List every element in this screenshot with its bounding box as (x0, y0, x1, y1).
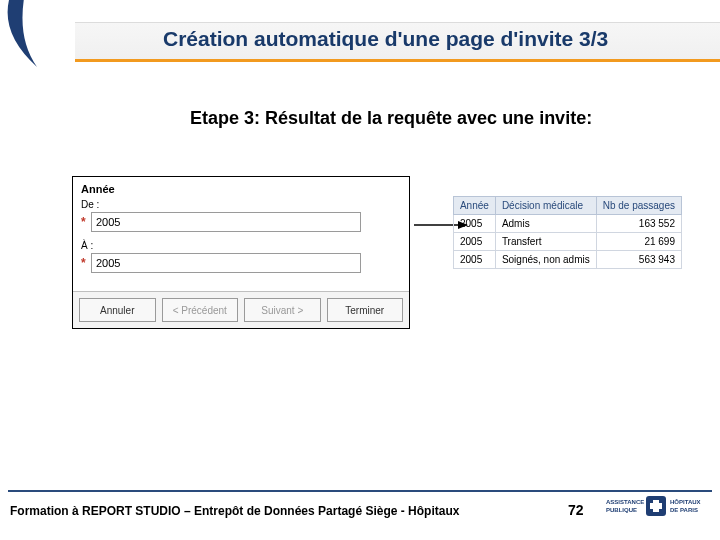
title-bar: Création automatique d'une page d'invite… (75, 22, 720, 60)
svg-text:HÔPITAUX: HÔPITAUX (670, 498, 701, 505)
prompt-to-label: À : (81, 240, 401, 251)
page-title: Création automatique d'une page d'invite… (163, 27, 608, 51)
page-number: 72 (568, 502, 584, 518)
col-year-header: Année (453, 197, 495, 215)
from-year-input[interactable] (91, 212, 361, 232)
prompt-button-bar: Annuler < Précédent Suivant > Terminer (73, 291, 409, 328)
footer-text: Formation à REPORT STUDIO – Entrepôt de … (10, 504, 459, 518)
svg-text:PUBLIQUE: PUBLIQUE (606, 507, 637, 513)
footer-logo: ASSISTANCE PUBLIQUE HÔPITAUX DE PARIS (606, 494, 706, 528)
cell-decision: Soignés, non admis (495, 251, 596, 269)
table-row: 2005 Soignés, non admis 563 943 (453, 251, 681, 269)
from-field-row: * (81, 212, 401, 232)
cancel-button[interactable]: Annuler (79, 298, 156, 322)
svg-text:ASSISTANCE: ASSISTANCE (606, 499, 644, 505)
result-table: Année Décision médicale Nb de passages 2… (453, 196, 682, 269)
cell-year: 2005 (453, 215, 495, 233)
prompt-from-label: De : (81, 199, 401, 210)
cell-count: 21 699 (596, 233, 681, 251)
table-row: 2005 Transfert 21 699 (453, 233, 681, 251)
svg-text:DE PARIS: DE PARIS (670, 507, 698, 513)
table-row: 2005 Admis 163 552 (453, 215, 681, 233)
cell-year: 2005 (453, 233, 495, 251)
to-year-input[interactable] (91, 253, 361, 273)
prompt-body: Année De : * À : * (73, 177, 409, 291)
finish-button[interactable]: Terminer (327, 298, 404, 322)
cell-decision: Transfert (495, 233, 596, 251)
next-button[interactable]: Suivant > (244, 298, 321, 322)
col-count-header: Nb de passages (596, 197, 681, 215)
result-header-row: Année Décision médicale Nb de passages (453, 197, 681, 215)
prompt-field-label: Année (81, 183, 401, 195)
to-field-row: * (81, 253, 401, 273)
required-marker-from: * (81, 215, 91, 229)
prev-button[interactable]: < Précédent (162, 298, 239, 322)
prompt-panel: Année De : * À : * Annuler < Précédent S… (72, 176, 410, 329)
footer-divider (8, 490, 712, 492)
cell-year: 2005 (453, 251, 495, 269)
cell-count: 163 552 (596, 215, 681, 233)
cell-count: 563 943 (596, 251, 681, 269)
svg-rect-10 (650, 503, 662, 509)
step-subtitle: Etape 3: Résultat de la requête avec une… (190, 108, 592, 129)
col-decision-header: Décision médicale (495, 197, 596, 215)
cell-decision: Admis (495, 215, 596, 233)
required-marker-to: * (81, 256, 91, 270)
